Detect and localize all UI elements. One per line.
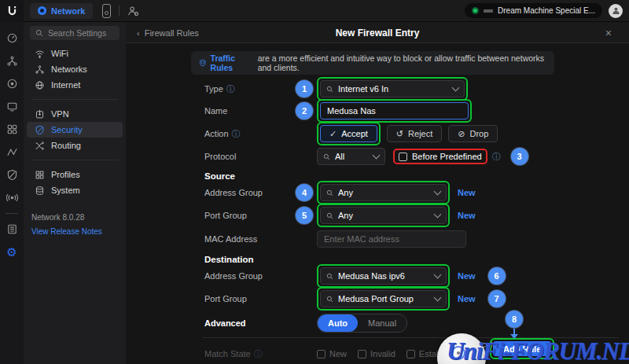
source-address-group-row: Address Group 4 Any New [204,182,476,203]
before-predefined-label: Before Predefined [412,152,482,161]
sidebar-item-label: Profiles [51,170,80,179]
advanced-toggle: Auto Manual [317,314,407,333]
action-drop-button[interactable]: ⊘ Drop [448,125,498,142]
chevron-down-icon [434,188,442,196]
tab-network[interactable]: Network [30,3,93,19]
network-app-icon [38,6,46,15]
annotation-green-box: Any [317,204,450,227]
chevron-down-icon [434,294,442,302]
annotation-red-box: Before Predefined [393,149,487,164]
sidebar-item-security[interactable]: Security [27,122,123,138]
annotation-green-box: Medusa Nas [317,99,472,123]
drop-icon: ⊘ [458,130,465,138]
version-text: Network 8.0.28 [31,213,84,222]
rail-radios-icon[interactable] [0,186,24,209]
action-reject-button[interactable]: ↺ Reject [387,125,442,142]
console-device-icon[interactable] [102,4,111,18]
checkbox[interactable] [406,350,415,358]
rail-applications-icon[interactable] [0,118,24,141]
action-accept-button[interactable]: ✓ Accept [320,125,377,142]
advanced-auto-option[interactable]: Auto [318,314,358,332]
source-port-group-dropdown[interactable]: Any [320,207,447,224]
status-dot-icon [472,7,479,14]
source-port-group-row: Port Group 5 Any New [204,205,476,226]
unifi-network-app: Network Dream Machine Special E... [0,0,629,364]
rail-devices-icon[interactable] [0,72,24,95]
search-icon [326,273,333,280]
search-input[interactable]: Search Settings [30,26,120,40]
close-icon[interactable]: × [605,22,612,43]
vpn-icon [35,109,45,119]
info-icon[interactable]: ⓘ [226,85,235,94]
ubiquiti-u-icon [6,5,18,17]
rail-insights-icon[interactable] [0,141,24,164]
release-notes-link[interactable]: View Release Notes [31,227,102,236]
new-port-group-link[interactable]: New [458,294,476,303]
checkbox[interactable] [358,350,366,358]
networks-icon [35,64,45,75]
type-label: Type [204,84,223,94]
step-badge-4: 4 [296,184,313,201]
sidebar-item-internet[interactable]: Internet [27,77,123,93]
sidebar-item-system[interactable]: System [27,182,123,198]
name-field[interactable]: Medusa Nas [320,102,469,119]
sidebar-item-networks[interactable]: Networks [27,61,123,77]
port-group-label: Port Group [204,294,247,303]
rail-settings-icon[interactable]: ⚙ [0,241,24,263]
before-predefined-checkbox[interactable] [399,153,407,161]
type-dropdown[interactable]: Internet v6 In [320,80,465,97]
admins-users-icon[interactable] [127,6,139,17]
search-icon [326,189,333,197]
match-state-invalid[interactable]: Invalid [358,349,395,358]
rail-clients-icon[interactable] [0,95,24,118]
chevron-down-icon [434,271,442,279]
new-address-group-link[interactable]: New [458,271,476,281]
globe-icon [35,80,45,90]
console-name: Dream Machine Special E... [498,6,595,15]
sidebar-divider [31,99,118,100]
info-icon[interactable]: ⓘ [492,153,501,161]
user-avatar[interactable] [609,4,623,18]
destination-header: Destination [204,255,254,264]
action-label: Action [204,129,229,138]
search-icon [326,212,333,219]
search-icon [35,29,43,37]
rail-logs-icon[interactable] [0,218,24,241]
action-row: Actionⓘ ✓ Accept ↺ Reject ⊘ Drop [204,123,498,144]
traffic-rules-banner: Traffic Rules are a more efficient and i… [191,51,554,75]
reject-icon: ↺ [396,130,403,138]
system-icon [35,186,45,196]
destination-address-group-dropdown[interactable]: Medusa Nas ipv6 [320,267,447,285]
step-badge-2: 2 [296,102,313,119]
ubiquiti-logo[interactable] [0,0,24,22]
source-header: Source [204,171,235,181]
rail-dashboard-icon[interactable] [0,27,24,50]
sidebar-item-label: Networks [51,64,87,74]
step-badge-1: 1 [296,80,313,97]
step-badge-3: 3 [511,148,528,165]
source-address-group-dropdown[interactable]: Any [320,184,447,201]
protocol-dropdown[interactable]: All [317,148,385,165]
console-status-pill[interactable]: Dream Machine Special E... [465,3,602,18]
sidebar-item-routing[interactable]: Routing [27,138,123,153]
mac-address-field[interactable]: Enter MAC address [317,230,466,248]
match-state-new[interactable]: New [317,349,347,358]
shield-banner-icon [199,58,207,68]
topbar-divider [119,6,120,17]
rail-security-icon[interactable] [0,164,24,186]
sidebar-item-profiles[interactable]: Profiles [27,167,123,182]
annotation-green-box: Any [317,181,450,204]
sidebar-item-wifi[interactable]: WiFi [27,46,123,61]
rail-topology-icon[interactable] [0,50,24,72]
info-icon[interactable]: ⓘ [232,130,241,138]
new-port-group-link[interactable]: New [458,211,476,220]
advanced-manual-option[interactable]: Manual [358,314,406,332]
profiles-icon [35,170,45,180]
sidebar-item-vpn[interactable]: VPN [27,106,123,122]
destination-port-group-dropdown[interactable]: Medusa Port Group [320,290,447,307]
protocol-value: All [335,152,344,161]
chevron-down-icon [373,152,381,160]
shield-icon [35,125,45,135]
checkbox[interactable] [317,350,326,358]
new-address-group-link[interactable]: New [458,188,476,197]
